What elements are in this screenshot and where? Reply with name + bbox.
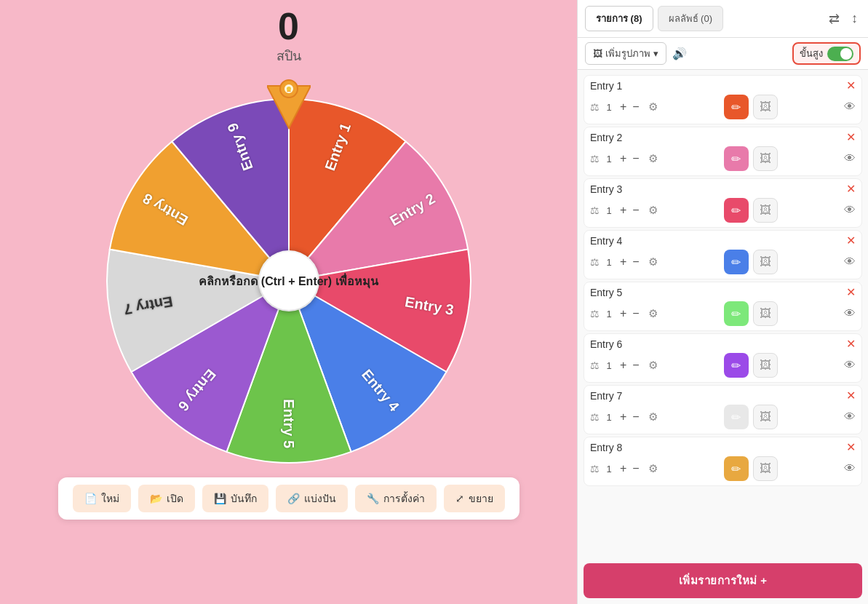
entry-top-4: Entry 4 ✕ — [590, 235, 856, 247]
entry-count-5: 1 — [604, 309, 614, 319]
tab-results[interactable]: ผลลัพธ์ (0) — [658, 6, 724, 31]
toolbar-btn-expand[interactable]: ⤢ขยาย — [444, 485, 505, 512]
entry-item-7: Entry 7 ✕ ⚖ 1 + − ⚙ ✏ 🖼 👁 — [584, 385, 862, 434]
entry-eye-btn-5[interactable]: 👁 — [844, 307, 856, 320]
main-area: 0 สปิน คลิกหรือกด (Ctrl + Enter) เพื่อหม… — [0, 0, 868, 604]
add-image-button[interactable]: 🖼 เพิ่มรูปภาพ ▾ — [585, 42, 666, 65]
entry-delete-btn-7[interactable]: ✕ — [846, 390, 856, 402]
entry-settings-btn-3[interactable]: ⚙ — [648, 204, 658, 217]
entry-delete-btn-3[interactable]: ✕ — [846, 183, 856, 195]
entry-color-btn-5[interactable]: ✏ — [724, 301, 749, 326]
entry-decrement-btn-3[interactable]: − — [631, 204, 640, 216]
entry-controls-1: + − — [618, 101, 641, 113]
entry-settings-btn-8[interactable]: ⚙ — [648, 462, 658, 475]
add-entry-button[interactable]: เพิ่มรายการใหม่ + — [584, 563, 862, 598]
entry-image-btn-3[interactable]: 🖼 — [753, 198, 778, 223]
svg-point-4 — [287, 87, 291, 91]
toolbar-btn-share[interactable]: 🔗แบ่งปัน — [276, 485, 348, 512]
entry-name-6: Entry 6 — [590, 338, 842, 350]
entry-color-btn-2[interactable]: ✏ — [724, 146, 749, 171]
entry-image-btn-6[interactable]: 🖼 — [753, 353, 778, 378]
entry-eye-btn-4[interactable]: 👁 — [844, 255, 856, 269]
right-panel: รายการ (8)ผลลัพธ์ (0) ⇄ ↕ 🖼 เพิ่มรูปภาพ … — [577, 0, 868, 604]
entry-settings-btn-4[interactable]: ⚙ — [648, 255, 658, 269]
entry-color-btn-8[interactable]: ✏ — [724, 456, 749, 481]
dropdown-arrow-icon: ▾ — [653, 48, 658, 59]
entry-delete-btn-4[interactable]: ✕ — [846, 235, 856, 247]
entry-image-btn-5[interactable]: 🖼 — [753, 301, 778, 326]
entry-settings-btn-2[interactable]: ⚙ — [648, 152, 658, 165]
entry-eye-btn-2[interactable]: 👁 — [844, 152, 856, 165]
entry-eye-btn-3[interactable]: 👁 — [844, 204, 856, 217]
panel-header: รายการ (8)ผลลัพธ์ (0) ⇄ ↕ — [578, 0, 868, 38]
entry-color-btn-3[interactable]: ✏ — [724, 198, 749, 223]
entry-delete-btn-8[interactable]: ✕ — [846, 442, 856, 453]
entry-settings-btn-6[interactable]: ⚙ — [648, 359, 658, 372]
entry-image-btn-4[interactable]: 🖼 — [753, 250, 778, 274]
entry-delete-btn-6[interactable]: ✕ — [846, 338, 856, 350]
entry-decrement-btn-1[interactable]: − — [631, 101, 640, 113]
entry-count-7: 1 — [604, 412, 614, 423]
entry-delete-btn-2[interactable]: ✕ — [846, 132, 856, 143]
entry-increment-btn-7[interactable]: + — [618, 411, 628, 423]
entry-item-5: Entry 5 ✕ ⚖ 1 + − ⚙ ✏ 🖼 👁 — [584, 282, 862, 331]
panel-subheader: 🖼 เพิ่มรูปภาพ ▾ 🔊 ขั้นสูง — [578, 38, 868, 70]
entry-image-btn-1[interactable]: 🖼 — [753, 95, 778, 119]
entry-color-btn-6[interactable]: ✏ — [724, 353, 749, 378]
entry-increment-btn-5[interactable]: + — [618, 308, 628, 319]
entry-image-btn-2[interactable]: 🖼 — [753, 146, 778, 171]
entry-settings-btn-7[interactable]: ⚙ — [648, 410, 658, 424]
entry-delete-btn-5[interactable]: ✕ — [846, 287, 856, 298]
entry-decrement-btn-5[interactable]: − — [631, 308, 640, 319]
toolbar-btn-open[interactable]: 📂เปิด — [138, 485, 195, 512]
entry-eye-btn-7[interactable]: 👁 — [844, 410, 856, 424]
entry-settings-btn-5[interactable]: ⚙ — [648, 307, 658, 320]
entry-top-7: Entry 7 ✕ — [590, 390, 856, 402]
entry-bottom-7: ⚖ 1 + − ⚙ ✏ 🖼 👁 — [590, 405, 856, 429]
entry-name-7: Entry 7 — [590, 390, 842, 402]
wheel-center — [260, 252, 318, 310]
entry-color-btn-1[interactable]: ✏ — [724, 95, 749, 119]
entry-controls-3: + − — [618, 204, 641, 216]
sound-icon[interactable]: 🔊 — [672, 47, 687, 60]
entry-decrement-btn-4[interactable]: − — [631, 256, 640, 268]
toolbar-btn-save[interactable]: 💾บันทึก — [202, 485, 268, 512]
image-icon: 🖼 — [593, 48, 602, 59]
entry-eye-btn-6[interactable]: 👁 — [844, 359, 856, 372]
entry-color-btn-7[interactable]: ✏ — [724, 405, 749, 429]
toolbar-btn-settings[interactable]: 🔧การตั้งค่า — [355, 485, 437, 512]
wheel-wrapper[interactable]: คลิกหรือกด (Ctrl + Enter) เพื่อหมุน — [100, 92, 478, 470]
entry-image-btn-7[interactable]: 🖼 — [753, 405, 778, 429]
entry-delete-btn-1[interactable]: ✕ — [846, 80, 856, 92]
weight-icon-3: ⚖ — [590, 204, 600, 216]
shuffle-icon-btn[interactable]: ⇄ — [826, 9, 843, 28]
entry-count-8: 1 — [604, 464, 614, 474]
tab-items[interactable]: รายการ (8) — [585, 6, 653, 31]
entry-top-6: Entry 6 ✕ — [590, 338, 856, 350]
entry-increment-btn-3[interactable]: + — [618, 204, 628, 216]
entry-decrement-btn-6[interactable]: − — [631, 359, 640, 371]
weight-icon-1: ⚖ — [590, 101, 600, 113]
entry-increment-btn-4[interactable]: + — [618, 256, 628, 268]
entry-bottom-3: ⚖ 1 + − ⚙ ✏ 🖼 👁 — [590, 198, 856, 223]
spin-count: 0 — [276, 7, 301, 45]
entry-increment-btn-6[interactable]: + — [618, 359, 628, 371]
entry-decrement-btn-7[interactable]: − — [631, 411, 640, 423]
sort-icon-btn[interactable]: ↕ — [848, 9, 861, 28]
entry-increment-btn-2[interactable]: + — [618, 153, 628, 164]
entry-image-btn-8[interactable]: 🖼 — [753, 456, 778, 481]
entry-count-2: 1 — [604, 154, 614, 164]
entry-eye-btn-8[interactable]: 👁 — [844, 462, 856, 475]
entry-color-btn-4[interactable]: ✏ — [724, 250, 749, 274]
entry-increment-btn-8[interactable]: + — [618, 463, 628, 474]
spin-counter: 0 สปิน — [276, 7, 301, 66]
entry-decrement-btn-8[interactable]: − — [631, 463, 640, 474]
entry-eye-btn-1[interactable]: 👁 — [844, 100, 856, 114]
advanced-toggle-switch[interactable] — [827, 47, 853, 61]
entry-name-1: Entry 1 — [590, 80, 842, 92]
entry-settings-btn-1[interactable]: ⚙ — [648, 100, 658, 114]
entry-increment-btn-1[interactable]: + — [618, 101, 628, 113]
toolbar-btn-new[interactable]: 📄ใหม่ — [73, 485, 131, 512]
entry-decrement-btn-2[interactable]: − — [631, 153, 640, 164]
weight-icon-8: ⚖ — [590, 463, 600, 474]
